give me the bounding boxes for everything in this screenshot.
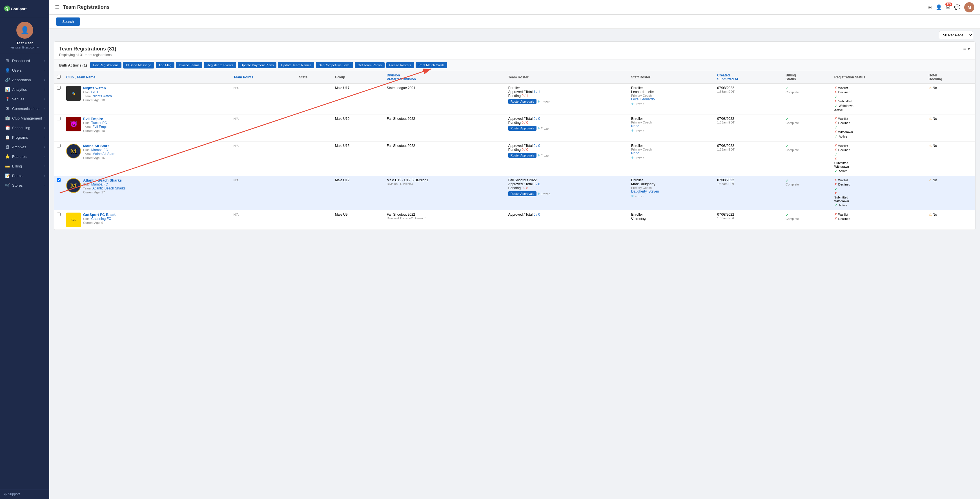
team-info-cell: M Maine All-Stars Club: Mamba FC Team: M… — [64, 142, 231, 176]
send-message-button[interactable]: ✉ Send Message — [123, 62, 154, 69]
invoice-teams-button[interactable]: Invoice Teams — [176, 62, 202, 68]
table-card: Team Registrations (31) ≡ ▾ Displaying a… — [54, 41, 975, 230]
warning-icon: ⚠ — [929, 212, 932, 217]
billing-status-cell: ✓ Complete — [783, 210, 832, 230]
sidebar-item-users[interactable]: 👤 Users › — [0, 65, 49, 75]
team-image: M — [66, 178, 81, 193]
row-checkbox[interactable] — [57, 212, 60, 216]
coach-link[interactable]: Daugherty, Steven — [631, 190, 659, 193]
group-header: Group — [332, 71, 384, 84]
edit-registrations-button[interactable]: Edit Registrations — [90, 62, 121, 68]
update-payment-plans-button[interactable]: Update Payment Plans — [238, 62, 277, 68]
club-link[interactable]: Mamba FC — [91, 182, 108, 187]
sidebar-item-venues[interactable]: 📍 Venues › — [0, 94, 49, 104]
billing-status-header: BillingStatus — [783, 71, 832, 84]
team-sublink[interactable]: Maine All-Stars — [92, 152, 115, 156]
menu-icon[interactable]: ☰ — [55, 4, 59, 10]
topbar-avatar[interactable]: M — [964, 2, 974, 13]
grid-icon[interactable]: ⊞ — [928, 4, 932, 10]
archives-icon: 🗄 — [5, 145, 10, 149]
team-name-link[interactable]: Atlantic Beach Sharks — [83, 178, 122, 182]
chevron-right-icon: › — [44, 116, 45, 120]
sidebar-item-dashboard[interactable]: ⊞ Dashboard › — [0, 56, 49, 65]
roster-approvals-button[interactable]: Roster Approvals — [508, 191, 536, 196]
per-page-select[interactable]: 50 Per Page 25 Per Page 100 Per Page — [939, 31, 973, 39]
check-icon: ✓ — [786, 212, 789, 217]
sidebar-item-billing[interactable]: 💳 Billing › — [0, 161, 49, 171]
stores-icon: 🛒 — [5, 183, 10, 188]
roster-approvals-button[interactable]: Roster Approvals — [508, 126, 536, 131]
club-link[interactable]: GOT — [91, 90, 99, 94]
team-name-link[interactable]: Maine All-Stars — [83, 144, 109, 148]
hotel-cell: ⚠ No — [926, 176, 975, 210]
team-sublink[interactable]: Evil Empire — [92, 125, 110, 129]
chat-icon[interactable]: 💬 — [954, 4, 960, 10]
roster-approvals-button[interactable]: Roster Approvals — [508, 99, 536, 104]
coach-link[interactable]: Leite, Leonardo — [631, 97, 655, 101]
club-link[interactable]: Mamba FC — [91, 148, 108, 152]
user-icon[interactable]: 👤 — [936, 4, 942, 10]
freeze-rosters-button[interactable]: Freeze Rosters — [386, 62, 414, 68]
team-sublink[interactable]: Atlantic Beach Sharks — [92, 187, 126, 190]
team-name-link[interactable]: Nights watch — [83, 86, 106, 90]
team-image: 😈 — [66, 117, 81, 131]
scheduling-icon: 📅 — [5, 126, 10, 130]
add-flag-button[interactable]: Add Flag — [156, 62, 174, 68]
row-checkbox[interactable] — [57, 144, 60, 147]
print-match-cards-button[interactable]: Print Match Cards — [415, 62, 447, 68]
sidebar-item-association[interactable]: 🔗 Association › — [0, 75, 49, 84]
table-options-icon[interactable]: ≡ ▾ — [963, 46, 970, 52]
sidebar-username: Test User — [16, 41, 33, 45]
club-management-icon: 🏢 — [5, 116, 10, 120]
sidebar-item-archives[interactable]: 🗄 Archives › — [0, 142, 49, 151]
sidebar-item-features[interactable]: ⭐ Features › — [0, 151, 49, 161]
sidebar-item-forms[interactable]: 📝 Forms › — [0, 171, 49, 180]
row-checkbox[interactable] — [57, 117, 60, 120]
check-icon: ✓ — [786, 117, 789, 121]
team-roster-cell: Approved / Total 0 / 0 Pending 0 / 0 Ros… — [506, 115, 628, 142]
team-name-link[interactable]: Evil Empire — [83, 117, 103, 121]
sidebar-item-scheduling[interactable]: 📅 Scheduling › — [0, 123, 49, 132]
team-roster-cell: Fall Shootout 2022 Approved / Total 8 / … — [506, 176, 628, 210]
club-link[interactable]: Tucker FC — [91, 121, 107, 125]
team-sublink[interactable]: Nights watch — [92, 94, 112, 98]
warning-icon: ⚠ — [929, 178, 932, 182]
sidebar-item-stores[interactable]: 🛒 Stores › — [0, 180, 49, 190]
staff-frozen-badge: ❄ Frozen — [631, 102, 644, 106]
register-to-events-button[interactable]: Register to Events — [204, 62, 236, 68]
row-checkbox[interactable] — [57, 86, 60, 90]
frozen-badge: ❄ Frozen — [537, 127, 550, 130]
group-cell: Male U12 — [332, 176, 384, 210]
select-all-checkbox[interactable] — [57, 75, 60, 79]
team-roster-header: Team Roster — [506, 71, 628, 84]
sidebar-item-club-management[interactable]: 🏢 Club Management › — [0, 113, 49, 123]
mail-icon[interactable]: ✉ 172 — [946, 4, 950, 10]
table-title: Team Registrations (31) — [59, 46, 116, 52]
sidebar-item-programs[interactable]: 📋 Programs › — [0, 132, 49, 142]
set-competitive-level-button[interactable]: Set Competitive Level — [316, 62, 353, 68]
table-header-row: Club , Team Name Team Points State Group… — [54, 71, 975, 84]
get-team-ranks-button[interactable]: Get Team Ranks — [355, 62, 384, 68]
update-team-names-button[interactable]: Update Team Names — [278, 62, 314, 68]
table-row: 😈 Evil Empire Club: Tucker FC Team: Evil… — [54, 115, 975, 142]
sidebar-item-communications[interactable]: ✉ Communications › — [0, 104, 49, 113]
state-header: State — [296, 71, 332, 84]
sidebar-item-analytics[interactable]: 📊 Analytics › — [0, 84, 49, 94]
chevron-right-icon: › — [44, 78, 45, 81]
sidebar-item-label: Features — [12, 155, 27, 159]
club-link[interactable]: Channing FC — [91, 217, 111, 221]
division-cell: Fall Shootout 2022 — [384, 115, 506, 142]
coach-link[interactable]: None — [631, 151, 640, 155]
search-button[interactable]: Search — [56, 18, 80, 26]
select-all-header — [54, 71, 64, 84]
avatar: 👤 — [16, 22, 33, 38]
team-image: GS — [66, 212, 81, 227]
group-cell: Male U15 — [332, 142, 384, 176]
row-checkbox[interactable] — [57, 178, 60, 182]
team-name-link[interactable]: GotSport FC Black — [83, 212, 116, 217]
registrations-table: Club , Team Name Team Points State Group… — [54, 71, 975, 230]
coach-link[interactable]: None — [631, 124, 640, 128]
roster-approvals-button[interactable]: Roster Approvals — [508, 153, 536, 158]
programs-icon: 📋 — [5, 135, 10, 140]
search-row: Search — [49, 15, 980, 29]
